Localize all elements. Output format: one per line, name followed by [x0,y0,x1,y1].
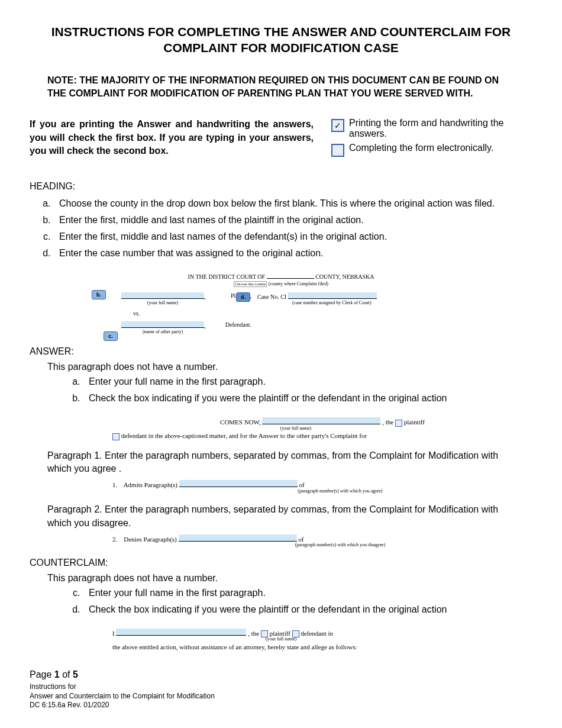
note-text: NOTE: THE MAJORITY OF THE INFORMATION RE… [47,74,515,101]
defendant-line: defendant in the above-captioned matter,… [121,432,367,439]
court-prefix: IN THE DISTRICT COURT OF [188,273,266,280]
denies-label: Denies Paragraph(s) [124,536,177,543]
of-text-1: of [299,481,305,488]
answer-item-a: Enter your full name in the first paragr… [83,375,532,389]
callout-d: d. [236,292,250,302]
footer: Page 1 of 5 Instructions for Answer and … [30,669,215,683]
intro-text: If you are printing the Answer and handw… [30,118,314,160]
comes-now-text: COMES NOW, [220,418,261,426]
plaintiff-caption: (your full name) [121,300,204,305]
heading-label: HEADING: [30,181,532,192]
checkbox-electronic-label: Completing the form electronically. [349,143,493,153]
footer-line-1: Instructions for [30,682,215,684]
admits-snippet: 1. Admits Paragraph(s) of (paragraph num… [112,480,532,494]
paragraph-1-instruction: Paragraph 1. Enter the paragraph numbers… [47,449,515,476]
page-label: Page [30,669,51,679]
counterclaim-intro: This paragraph does not have a number. [47,573,532,584]
admits-label: Admits Paragraph(s) [124,481,177,488]
i-text: I [112,630,115,637]
plaintiff-name-field[interactable] [121,292,204,299]
counterclaim-snippet: I , the plaintiff defendant in (your ful… [112,629,532,651]
cc-the-text: , the [248,630,259,637]
answer-intro: This paragraph does not have a number. [47,362,532,372]
admits-caption: (paragraph number(s) with which you agre… [148,488,532,494]
answer-item-b: Check the box indicating if you were the… [83,391,532,405]
checkbox-electronic[interactable] [331,144,344,157]
cc-fullname-caption: (your full name) [30,636,532,642]
county-hint: (county where Complaint filed) [269,281,328,286]
paragraph-2-instruction: Paragraph 2. Enter the paragraph numbers… [47,503,515,530]
callout-c: c. [104,331,118,341]
county-blank [267,272,314,279]
heading-item-b: Enter the first, middle and last names o… [53,213,532,227]
vs-label: vs. [133,310,441,317]
denies-field[interactable] [179,534,297,542]
counterclaim-item-c: Enter your full name in the first paragr… [83,586,532,600]
plaintiff-checkbox[interactable] [395,420,402,427]
fullname-field[interactable] [262,417,380,424]
page-num: 1 [54,669,60,679]
denies-snippet: 2. Denies Paragraph(s) of (paragraph num… [112,534,532,549]
denies-caption: (paragraph number(s) with which you disa… [148,542,532,548]
defendant-checkbox[interactable] [112,433,119,440]
cc-defendant-opt: defendant in [301,630,333,637]
county-dropdown[interactable]: Choose the county [234,281,267,287]
cc-plaintiff-opt: plaintiff [270,630,290,637]
cc-rest-text: the above entitled action, without assis… [112,643,532,651]
the-text: , the [382,418,393,426]
page-title: INSTRUCTIONS FOR COMPLETING THE ANSWER A… [30,24,532,56]
checkbox-print[interactable] [331,119,344,132]
plaintiff-opt: plaintiff [404,418,425,426]
of-text-2: of [298,536,303,543]
fullname-caption: (your full name) [59,426,532,431]
of-label: of [62,669,70,679]
defendant-label: Defendant. [225,321,251,328]
callout-b: b. [92,290,106,299]
answer-snippet-comes-now: COMES NOW, , the plaintiff (your full na… [112,417,532,440]
case-no-field[interactable] [288,292,377,299]
court-suffix: COUNTY, NEBRASKA [315,273,374,280]
answer-label: ANSWER: [30,346,532,357]
defendant-caption: (name of other party) [121,329,204,334]
denies-num: 2. [112,536,117,543]
counterclaim-label: COUNTERCLAIM: [30,558,532,568]
heading-item-d: Enter the case number that was assigned … [53,246,532,260]
checkbox-print-label: Printing the form and handwriting the an… [349,118,532,139]
heading-item-c: Enter the first, middle and last names o… [53,230,532,244]
case-no-label: Case No. CI [257,294,286,300]
case-caption: (case number assigned by Clerk of Court) [287,300,377,305]
heading-item-a: Choose the county in the drop down box b… [53,197,532,211]
counterclaim-item-d: Check the box indicating if you were the… [83,603,532,617]
page-total: 5 [73,669,78,679]
defendant-name-field[interactable] [121,321,204,328]
admits-field[interactable] [179,480,298,487]
cc-fullname-field[interactable] [116,629,246,636]
heading-example-form: b. d. c. IN THE DISTRICT COURT OF COUNTY… [121,272,441,334]
admits-num: 1. [112,481,117,488]
